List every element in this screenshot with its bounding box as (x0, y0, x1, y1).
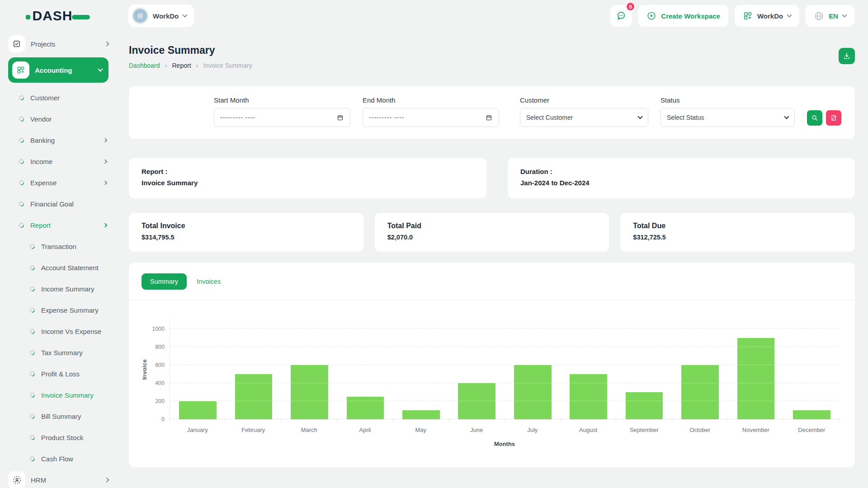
bar-august (570, 374, 607, 419)
sidebar-item-customer[interactable]: Customer (8, 87, 108, 108)
sidebar-item-income[interactable]: Income (8, 151, 108, 172)
start-month-input[interactable]: --------- ---- (214, 108, 350, 127)
bullet-ring-icon (29, 349, 36, 356)
chevron-down-icon (98, 66, 103, 71)
workspace-selector[interactable]: WorkDo (128, 5, 194, 27)
sidebar-item-banking[interactable]: Banking (8, 130, 108, 151)
apps-menu-button[interactable]: WorkDo (735, 5, 799, 27)
sidebar-item-vendor[interactable]: Vendor (8, 108, 108, 130)
create-workspace-label: Create Workspace (661, 12, 720, 20)
x-tick (561, 419, 616, 422)
customer-label: Customer (520, 96, 648, 104)
chevron-right-icon (104, 41, 109, 46)
bullet-ring-icon (18, 94, 25, 101)
bullet-ring-icon (29, 434, 36, 441)
sidebar-item-expense-summary[interactable]: Expense Summary (8, 300, 108, 321)
invoice-bar-chart: Invoice 02004006008001000 JanuaryFebruar… (142, 319, 842, 447)
sidebar-item-hrm[interactable]: HRM (8, 469, 108, 488)
globe-icon (814, 11, 824, 21)
sidebar-item-income-vs-expense[interactable]: Income Vs Expense (8, 321, 108, 342)
sidebar-item-projects[interactable]: Projects (8, 33, 108, 54)
messages-badge: 0 (626, 2, 635, 11)
x-tick-label: September (616, 427, 672, 433)
workspace-name: WorkDo (153, 12, 179, 20)
status-select[interactable]: Select Status (660, 108, 795, 127)
sidebar-item-label: Banking (30, 136, 97, 144)
sidebar-item-financial-goal[interactable]: Financial Goal (8, 193, 108, 215)
sidebar-item-label: Income Vs Expense (41, 328, 108, 335)
x-tick (616, 419, 672, 422)
bullet-ring-icon (29, 307, 36, 314)
language-selector[interactable]: EN (806, 5, 854, 27)
x-axis-title: Months (170, 441, 840, 447)
logo-dash (72, 15, 90, 19)
sidebar-item-accounting[interactable]: Accounting (8, 57, 108, 83)
reset-filter-button[interactable] (826, 110, 841, 126)
chart-gridline (170, 347, 840, 347)
x-tick (170, 419, 226, 422)
x-tick-label: August (561, 427, 617, 433)
chart-gridline (170, 328, 840, 329)
chevron-down-icon (183, 12, 188, 17)
end-month-input[interactable]: --------- ---- (363, 108, 499, 127)
sidebar-item-label: Tax Summary (41, 349, 108, 357)
sidebar-item-label: Profit & Loss (41, 370, 108, 378)
sidebar-item-profit-loss[interactable]: Profit & Loss (8, 363, 108, 385)
sidebar-item-bill-summary[interactable]: Bill Summary (8, 406, 108, 427)
grid-apps-icon (743, 11, 753, 21)
total-paid-value: $2,070.0 (387, 234, 597, 241)
customer-select[interactable]: Select Customer (520, 108, 648, 127)
apply-filter-button[interactable] (807, 110, 822, 126)
sidebar-item-transaction[interactable]: Transaction (8, 236, 108, 257)
x-tick (449, 419, 505, 422)
bullet-ring-icon (18, 222, 25, 229)
x-tick-label: November (728, 427, 784, 433)
x-tick (784, 419, 840, 422)
sidebar-item-tax-summary[interactable]: Tax Summary (8, 342, 108, 363)
breadcrumb-dashboard[interactable]: Dashboard (129, 62, 160, 69)
sidebar-item-label: Customer (30, 94, 108, 102)
sidebar-item-label: Financial Goal (30, 200, 108, 208)
total-due-card: Total Due $312,725.5 (620, 213, 855, 252)
top-header: DASH WorkDo 0 Create Workspac (0, 0, 868, 32)
chart-xlabels: JanuaryFebruaryMarchAprilMayJuneJulyAugu… (170, 427, 840, 433)
create-workspace-button[interactable]: Create Workspace (638, 5, 728, 27)
sidebar-item-label: Product Stock (41, 434, 108, 441)
customer-selected-value: Select Customer (526, 114, 638, 121)
chevron-down-icon (842, 12, 847, 17)
bullet-ring-icon (29, 371, 36, 377)
chart-bars (170, 319, 840, 419)
sidebar-item-account-statement[interactable]: Account Statement (8, 257, 108, 278)
download-icon (843, 52, 851, 60)
sidebar-item-label: Income Summary (41, 285, 108, 293)
bar-april (347, 397, 384, 419)
chevron-right-icon (103, 223, 108, 228)
bar-july (514, 365, 552, 419)
bullet-ring-icon (18, 158, 25, 165)
bullet-ring-icon (29, 392, 36, 399)
sidebar-item-invoice-summary[interactable]: Invoice Summary (8, 385, 108, 406)
tab-invoices[interactable]: Invoices (197, 278, 221, 285)
sidebar-item-report[interactable]: Report (8, 215, 108, 236)
total-due-value: $312,725.5 (633, 234, 842, 241)
tab-summary[interactable]: Summary (142, 273, 187, 290)
sidebar-item-label: Cash Flow (41, 455, 108, 463)
messages-button[interactable]: 0 (610, 5, 632, 27)
bar-june (458, 383, 495, 419)
tabs-divider (129, 300, 855, 300)
sidebar-item-income-summary[interactable]: Income Summary (8, 278, 108, 300)
breadcrumb-report[interactable]: Report (172, 62, 191, 69)
page-title: Invoice Summary (129, 44, 252, 56)
sidebar-item-expense[interactable]: Expense (8, 172, 108, 193)
y-axis-title: Invoice (142, 359, 148, 380)
sidebar-item-label: Projects (31, 40, 99, 48)
sidebar-item-product-stock[interactable]: Product Stock (8, 427, 108, 448)
sidebar-item-cash-flow[interactable]: Cash Flow (8, 448, 108, 469)
report-value: Invoice Summary (142, 179, 474, 187)
app-logo: DASH (0, 8, 116, 23)
download-button[interactable] (839, 48, 855, 64)
chevron-right-icon (103, 160, 108, 164)
bullet-ring-icon (29, 286, 36, 292)
bar-may (402, 410, 440, 419)
sidebar-item-label: Expense (30, 179, 97, 187)
